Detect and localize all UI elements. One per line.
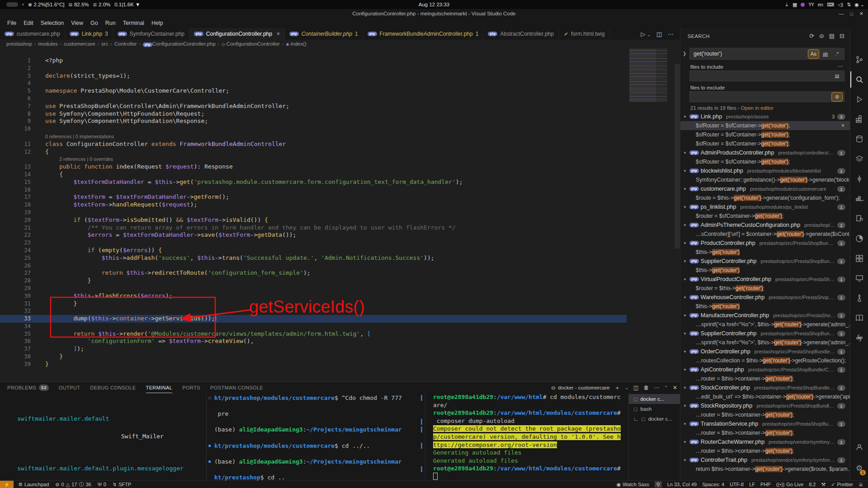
tools-item[interactable]: ⚒ <box>821 482 826 488</box>
breadcrumb-item-customercare[interactable]: customercare <box>64 41 95 47</box>
search-file-row[interactable]: ▼phpVirtualProductController.phpprestash… <box>680 275 850 284</box>
chevron-down-icon[interactable]: ▼ <box>682 350 688 354</box>
terminal-dropdown-button[interactable]: ⌄ <box>625 385 629 390</box>
search-file-row[interactable]: ▼phpblockwishlist.phpprestashop/modules/… <box>680 166 850 175</box>
search-file-row[interactable]: ▼phpcustomercare.phpprestashop/modules/c… <box>680 184 850 193</box>
run-button[interactable]: ▷ ⌄ <box>641 31 651 38</box>
maximize-panel-button[interactable]: ⌃ <box>664 385 668 390</box>
problems-item[interactable]: ⊘0 △17 ⓘ36 <box>55 481 91 488</box>
search-match-row[interactable]: …sController]['url'] = $container->get('… <box>680 230 850 239</box>
search-match-row[interactable]: $sfRouter = $sfContainer->get('router');… <box>680 121 850 130</box>
search-match-row[interactable]: …edit_bulk_url' => $this->container->get… <box>680 392 850 401</box>
run-debug-icon[interactable] <box>850 91 868 108</box>
search-file-row[interactable]: ▼phpManufacturerController.phpprestashop… <box>680 311 850 320</box>
code-line-25[interactable]: 25$this->addFlash('success', $this->tran… <box>0 254 680 262</box>
close-panel-button[interactable]: ✕ <box>673 385 677 391</box>
sftp-item[interactable]: ↯SFTP <box>113 482 131 488</box>
keyboard-layout[interactable]: en <box>818 2 823 7</box>
search-match-row[interactable]: $sfRouter = $sfContainer->get('router'); <box>680 130 850 139</box>
search-match-row[interactable]: …router = $this->container->get('router'… <box>680 446 850 455</box>
network-icon[interactable]: ⇅ <box>847 2 851 8</box>
kill-terminal-button[interactable]: 🗑︎ <box>643 385 649 391</box>
search-details-toggle[interactable]: ⋯ <box>837 63 843 70</box>
more-actions-button[interactable]: ⋯ <box>668 31 674 38</box>
go-live-item[interactable]: ((•))Go Live <box>776 482 803 487</box>
search-file-row[interactable]: ▼phpProductController.phpprestashop/src/… <box>680 239 850 248</box>
code-line-39[interactable]: 39} <box>0 361 680 368</box>
code-line-27[interactable]: 27return $this->redirectToRoute('configu… <box>0 269 680 277</box>
tab-close-icon[interactable]: × <box>277 31 280 37</box>
code-line-6[interactable]: 6 <box>0 95 680 103</box>
refresh-icon[interactable]: ⟳ <box>809 33 814 39</box>
search-match-row[interactable]: SymfonyContainer::getInstance()->get('ro… <box>680 175 850 184</box>
command-decoration[interactable]: ● <box>208 458 211 466</box>
code-line-23[interactable]: 23 <box>0 239 680 247</box>
breadcrumb-item-Controller[interactable]: Controller <box>114 41 137 47</box>
tab-customercare.php[interactable]: phpcustomercare.php <box>0 28 65 40</box>
search-match-row[interactable]: $router = $sfContainer->get('router'); <box>680 211 850 221</box>
eol-item[interactable]: LF <box>749 482 755 487</box>
tab-Link.php[interactable]: phpLink.php3 <box>65 28 113 40</box>
docker-icon[interactable] <box>850 191 868 207</box>
search-file-row[interactable]: ▼phpStockController.phpprestashop/src/Pr… <box>680 383 850 392</box>
chevron-down-icon[interactable]: ▼ <box>682 277 688 282</box>
search-match-row[interactable]: $sfRouter = $sfContainer->get('router'); <box>680 139 850 148</box>
chevron-down-icon[interactable]: ▼ <box>682 440 688 444</box>
menu-view[interactable]: View <box>67 20 87 26</box>
terminal-pane-local[interactable]: ○kt/prestashop/modules/customercare$ ^Cd… <box>206 393 423 480</box>
chevron-down-icon[interactable]: ▼ <box>682 296 688 300</box>
minimize-button[interactable]: — <box>839 11 844 16</box>
encoding-item[interactable]: UTF-8 <box>730 482 744 487</box>
code-line-14[interactable]: 14{ <box>0 171 680 178</box>
code-line-21[interactable]: 21/** You can return array of errors in … <box>0 224 680 232</box>
regex-toggle[interactable]: .* <box>832 50 842 58</box>
minimap[interactable] <box>629 49 673 102</box>
search-file-row[interactable]: ▼phpAdminPsThemeCustoConfiguration.phppr… <box>680 221 850 230</box>
code-line-12[interactable]: 12{ <box>0 148 680 156</box>
files-exclude-input[interactable]: ⚙ <box>689 91 844 102</box>
exclude-settings-gear-icon[interactable]: ⚙ <box>832 93 842 101</box>
code-line-19[interactable]: 19 <box>0 209 680 216</box>
chevron-down-icon[interactable]: ▼ <box>682 404 688 408</box>
search-file-row[interactable]: ▼phpControllerTrait.phpprestashop/vendor… <box>680 455 850 465</box>
volume-icon[interactable]: ◁) <box>838 2 843 8</box>
chevron-down-icon[interactable]: ▼ <box>682 169 688 173</box>
code-line-9[interactable]: 9use Symfony\Component\HttpFoundation\Re… <box>0 117 680 125</box>
code-line-38[interactable]: 38} <box>0 353 680 361</box>
command-decoration[interactable]: ● <box>208 442 211 450</box>
search-icon[interactable] <box>850 71 868 88</box>
watch-sass-item[interactable]: ◉Watch Sass <box>617 482 649 488</box>
keyboard-icon[interactable]: ⌨ <box>827 2 834 8</box>
code-line-30[interactable]: 30$this->flashErrors($errors); <box>0 292 680 300</box>
menu-selection[interactable]: Selection <box>37 20 67 26</box>
breadcrumb-item-prestashop[interactable]: prestashop <box>6 41 32 47</box>
download-icon[interactable]: ⇣ <box>785 2 789 8</box>
breadcrumb-item-ConfigurationController.php[interactable]: phpConfigurationController.php <box>143 41 216 47</box>
chevron-down-icon[interactable]: ▼ <box>682 422 688 426</box>
search-file-row[interactable]: ▼phpWarehouseController.phpprestashop/sr… <box>680 293 850 302</box>
new-terminal-button[interactable]: ＋ <box>615 384 620 392</box>
panel-tab-ports[interactable]: PORTS <box>182 382 200 393</box>
accounts-icon[interactable] <box>850 439 868 455</box>
panel-tab-output[interactable]: OUTPUT <box>59 382 80 393</box>
code-line[interactable]: 2 references | 0 overrides <box>0 155 680 163</box>
search-match-row[interactable]: …sprintf('<a href="%s">', $this->get('ro… <box>680 320 850 329</box>
code-line-10[interactable]: 10 <box>0 125 680 133</box>
menu-help[interactable]: Help <box>148 20 167 26</box>
chevron-down-icon[interactable]: ▼ <box>682 115 688 119</box>
code-line-5[interactable]: 5namespace PrestaShop\Module\CustomerCar… <box>0 87 680 95</box>
recording-indicator[interactable] <box>801 3 805 7</box>
terminal-tab-docker-c-[interactable]: ▢docker c... <box>629 394 680 404</box>
tab-FrameworkBundleAdminController.php[interactable]: phpFrameworkBundleAdminController.php1 <box>363 28 484 40</box>
remote-indicator[interactable]: ⚡ <box>0 481 14 488</box>
grid-icon[interactable]: ▦ <box>793 2 797 8</box>
code-line-16[interactable]: 16 <box>0 186 680 194</box>
indentation-item[interactable]: Spaces: 4 <box>702 482 724 487</box>
menu-file[interactable]: File <box>4 20 20 26</box>
remote-desktop-icon[interactable] <box>850 270 868 286</box>
settings-icon[interactable]: ⚙1 <box>850 460 868 476</box>
search-input[interactable]: get('router') Aa ab .* <box>689 48 844 60</box>
chevron-down-icon[interactable]: ▼ <box>682 458 688 462</box>
code-line[interactable]: 0 references | 0 implementations <box>0 133 680 141</box>
language-item[interactable]: PHP <box>760 482 771 487</box>
